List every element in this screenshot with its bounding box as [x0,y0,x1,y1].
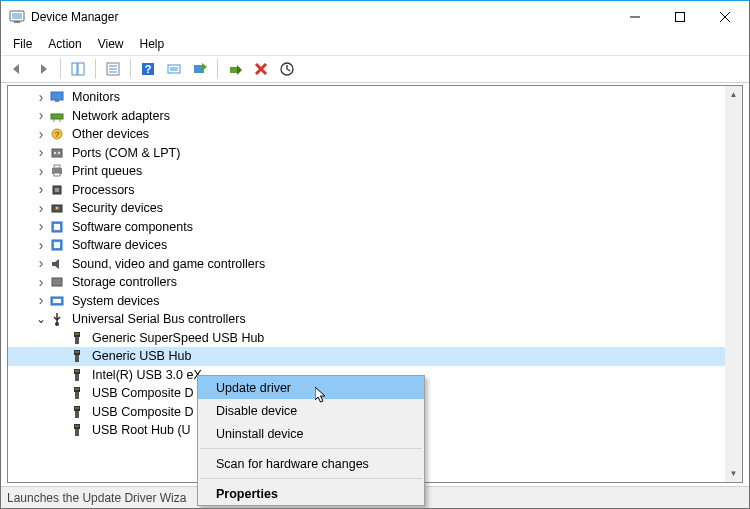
svg-rect-48 [74,332,80,337]
port-icon [49,145,65,161]
svg-rect-37 [52,205,62,212]
usb-plug-icon [69,367,85,383]
expander-icon[interactable] [34,275,48,289]
svg-rect-39 [52,222,62,232]
svg-rect-60 [74,387,80,392]
svg-rect-2 [14,21,20,23]
minimize-button[interactable] [612,2,657,32]
scan-hardware-button[interactable] [162,57,186,81]
svg-rect-55 [78,351,79,353]
expander-icon[interactable] [54,331,68,345]
svg-rect-62 [76,388,77,390]
svg-rect-63 [78,388,79,390]
context-separator [200,448,422,449]
tree-item[interactable]: Generic SuperSpeed USB Hub [8,329,742,348]
menu-help[interactable]: Help [132,35,173,53]
expander-icon[interactable] [54,386,68,400]
svg-rect-41 [52,240,62,250]
enable-device-button[interactable] [223,57,247,81]
sound-icon [49,256,65,272]
tree-item-label: Other devices [70,125,151,144]
context-disable-device[interactable]: Disable device [198,399,424,422]
tree-item-label: Universal Serial Bus controllers [70,310,248,329]
svg-rect-56 [74,369,80,374]
expander-icon[interactable] [34,238,48,252]
update-driver-button[interactable] [188,57,212,81]
context-properties[interactable]: Properties [198,482,424,505]
tree-item-label: Generic SuperSpeed USB Hub [90,329,266,348]
svg-text:?: ? [145,63,152,75]
expander-icon[interactable] [34,90,48,104]
context-update-driver[interactable]: Update driver [198,376,424,399]
refresh-button[interactable] [275,57,299,81]
expander-icon[interactable] [34,146,48,160]
svg-rect-58 [76,370,77,372]
tree-item[interactable]: Network adapters [8,107,742,126]
svg-point-44 [60,283,62,285]
tree-item[interactable]: Sound, video and game controllers [8,255,742,274]
expander-icon[interactable] [34,220,48,234]
software-icon [49,237,65,253]
tree-item[interactable]: ?Other devices [8,125,742,144]
svg-rect-67 [78,407,79,409]
tree-item[interactable]: Processors [8,181,742,200]
expander-icon[interactable] [34,201,48,215]
expander-icon[interactable] [34,294,48,308]
tree-item[interactable]: Print queues [8,162,742,181]
expander-icon[interactable] [54,349,68,363]
svg-point-31 [58,152,60,154]
menu-action[interactable]: Action [40,35,89,53]
tree-item-label: USB Root Hub (U [90,421,193,440]
context-scan-hardware[interactable]: Scan for hardware changes [198,452,424,475]
network-icon [49,108,65,124]
scroll-up-button[interactable]: ▲ [725,86,742,103]
properties-button[interactable] [101,57,125,81]
back-button[interactable] [5,57,29,81]
tree-item-label: Ports (COM & LPT) [70,144,182,163]
svg-rect-24 [51,114,63,119]
tree-item[interactable]: System devices [8,292,742,311]
expander-icon[interactable] [34,127,48,141]
scrollbar[interactable]: ▲ ▼ [725,86,742,482]
maximize-button[interactable] [657,2,702,32]
expander-icon[interactable] [34,257,48,271]
tree-item[interactable]: Ports (COM & LPT) [8,144,742,163]
tree-item-label: Network adapters [70,107,172,126]
svg-rect-32 [52,168,62,174]
expander-icon[interactable] [34,312,48,326]
svg-rect-42 [54,242,60,248]
menubar: File Action View Help [1,33,749,55]
tree-item-label: Print queues [70,162,144,181]
forward-button[interactable] [31,57,55,81]
close-button[interactable] [702,2,747,32]
tree-item[interactable]: Generic USB Hub [8,347,742,366]
expander-icon[interactable] [34,109,48,123]
tree-item[interactable]: Security devices [8,199,742,218]
svg-line-6 [720,12,730,22]
tree-item[interactable]: Software devices [8,236,742,255]
usb-icon [49,311,65,327]
help-button[interactable]: ? [136,57,160,81]
svg-rect-33 [54,165,60,168]
toolbar: ? [1,55,749,83]
svg-rect-52 [74,350,80,355]
uninstall-device-button[interactable] [249,57,273,81]
context-uninstall-device[interactable]: Uninstall device [198,422,424,445]
expander-icon[interactable] [54,405,68,419]
menu-file[interactable]: File [5,35,40,53]
expander-icon[interactable] [54,423,68,437]
tree-item[interactable]: Monitors [8,88,742,107]
scroll-down-button[interactable]: ▼ [725,465,742,482]
expander-icon[interactable] [34,183,48,197]
show-hide-button[interactable] [66,57,90,81]
tree-item[interactable]: Software components [8,218,742,237]
context-separator [200,478,422,479]
window-title: Device Manager [31,10,612,24]
menu-view[interactable]: View [90,35,132,53]
tree-item[interactable]: Storage controllers [8,273,742,292]
expander-icon[interactable] [54,368,68,382]
svg-point-38 [56,207,59,210]
tree-item[interactable]: Universal Serial Bus controllers [8,310,742,329]
toolbar-separator [60,59,61,79]
expander-icon[interactable] [34,164,48,178]
